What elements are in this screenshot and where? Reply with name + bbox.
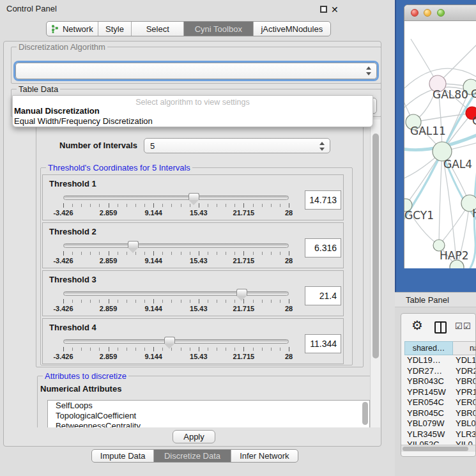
threshold-3-slider[interactable]: -3.426 2.859 9.144 15.43 21.715 28 [63,289,289,316]
numerical-attributes-list[interactable]: SelfLoops TopologicalCoefficient Between… [47,400,370,427]
cell[interactable]: YLR3 [456,429,476,439]
minimize-window-icon[interactable] [424,9,431,17]
list-scrollbar[interactable] [362,402,368,425]
threshold-label: Threshold 3 [49,275,96,284]
list-item[interactable]: TopologicalCoefficient [48,411,369,421]
list-item[interactable]: SelfLoops [48,401,369,411]
cell[interactable]: YBR043C [407,376,444,386]
tab-jactivemodules[interactable]: jActiveMNodules [253,22,330,36]
slider-thumb[interactable] [128,241,139,248]
dropdown-item-equal-width[interactable]: Equal Width/Frequency Discretization [13,116,372,127]
table-row[interactable]: YBR045CYBR0 [401,408,475,419]
cell[interactable]: YBL0 [456,418,476,428]
tab-impute-data[interactable]: Impute Data [92,450,153,462]
algorithm-combobox[interactable] [15,63,377,79]
list-item[interactable]: BetweennessCentrality [48,421,369,427]
cell[interactable]: YDR2 [456,366,476,376]
node-label: H [472,207,476,220]
settings-scrollbar[interactable] [370,119,380,427]
node-table: ⚙ ☑ ☑ shared… na YDL19…YDL1 YDR27…YDR2 Y… [401,313,476,457]
tab-cyni-toolbox[interactable]: Cyni Toolbox [183,22,253,36]
tab-infer-network[interactable]: Infer Network [231,450,298,462]
cell[interactable]: YDR27… [407,366,442,376]
tick-label: 21.715 [233,353,255,360]
cell[interactable]: YBR0 [456,408,476,418]
cell[interactable]: YPR1 [456,387,476,397]
tick-label: 15.43 [190,353,208,360]
tick-label: 9.144 [144,257,162,265]
table-row[interactable]: YLR345WYLR3 [401,429,475,440]
close-icon[interactable]: ✕ [331,4,339,15]
gear-icon[interactable]: ⚙ [411,318,423,333]
tab-network[interactable]: Network [47,22,98,36]
tick-label: 9.144 [144,305,162,312]
slider-thumb[interactable] [236,289,247,296]
tick-label: 2.859 [100,257,118,265]
slider-track[interactable] [63,196,289,200]
threshold-4-value-field[interactable]: 11.344 [305,334,341,353]
slider-track[interactable] [63,291,289,296]
table-row[interactable]: YER054CYER0 [401,397,475,408]
scrollbar-thumb[interactable] [403,447,468,451]
apply-button[interactable]: Apply [173,430,215,443]
scrollbar-thumb[interactable] [372,134,379,358]
panel-title: Control Panel [6,4,57,13]
checkbox-icon[interactable]: ☑ [455,321,463,331]
node-label: HAP2 [440,249,468,262]
tick-label: 2.859 [100,209,118,217]
table-row[interactable]: YBR043CYBR0 [401,376,475,387]
node-label: GAL11 [410,125,446,137]
dropdown-placeholder-item[interactable]: Select algorithm to view settings [13,96,372,106]
table-rows: YDL19…YDL1 YDR27…YDR2 YBR043CYBR0 YPR145… [401,355,475,450]
cell[interactable]: YDL19… [407,355,441,365]
cell[interactable]: YBR0 [456,376,476,386]
tab-discretize-data[interactable]: Discretize Data [153,450,230,462]
number-of-intervals-combobox[interactable]: 5 [144,138,330,153]
dropdown-item-manual-discretization[interactable]: Manual Discretization [13,106,372,116]
table-row[interactable]: YDL19…YDL1 [401,355,475,366]
column-header-name[interactable]: na [453,341,476,355]
node-label: GCY1 [404,209,434,222]
table-row[interactable]: YPR145WYPR1 [401,387,475,398]
cell[interactable]: YPR145W [407,387,446,397]
split-columns-icon[interactable] [434,321,447,334]
threshold-2-value-field[interactable]: 6.316 [305,238,341,257]
cell[interactable]: YDL1 [456,355,476,365]
checkbox-icon[interactable]: ☑ [463,321,471,331]
threshold-3-value-field[interactable]: 21.4 [305,286,341,305]
slider-track[interactable] [63,243,289,248]
tick-label: 2.859 [100,305,118,312]
tick-label: 28 [285,209,293,217]
tab-label: jActiveMNodules [261,24,323,34]
network-canvas[interactable]: GAL80 GA C GAL11 GAL4 GCY1 H HAP2 [404,21,476,268]
cell[interactable]: YER054C [407,397,444,407]
slider-track[interactable] [63,339,289,344]
cell[interactable]: YER0 [456,397,476,407]
control-panel-tabs: Network Style Select Cyni Toolbox jActiv… [46,21,331,36]
numerical-attributes-label: Numerical Attributes [40,384,121,394]
tab-select[interactable]: Select [131,22,183,36]
tab-label: Impute Data [100,451,146,461]
cell[interactable]: YBR045C [407,408,444,418]
column-header-shared-name[interactable]: shared… [404,341,453,355]
cell[interactable]: YBL079W [407,418,445,428]
slider-thumb[interactable] [164,337,175,344]
threshold-2-slider[interactable]: -3.426 2.859 9.144 15.43 21.715 28 [63,241,289,268]
tab-style[interactable]: Style [98,22,132,36]
attributes-group: Attributes to discretize Numerical Attri… [37,376,371,427]
table-row[interactable]: YBL079WYBL0 [401,418,475,429]
cell[interactable]: YLR345W [407,429,445,439]
table-horizontal-scrollbar[interactable] [401,445,475,452]
slider-thumb[interactable] [188,193,199,200]
threshold-4-slider[interactable]: -3.426 2.859 9.144 15.43 21.715 28 [63,337,289,364]
table-row[interactable]: YDR27…YDR2 [401,366,475,377]
network-window-titlebar[interactable] [404,5,476,21]
zoom-window-icon[interactable] [437,9,445,17]
threshold-2-row: Threshold 2 -3.426 2.859 9.144 15.43 21.… [42,222,344,268]
threshold-1-value-field[interactable]: 14.713 [305,190,341,210]
threshold-1-slider[interactable]: -3.426 2.859 9.144 15.43 21.715 28 [63,193,289,220]
group-label: Discretization Algorithm [17,42,107,52]
close-window-icon[interactable] [411,9,418,17]
slider-minor-ticks [63,204,289,207]
float-window-icon[interactable] [320,6,327,13]
